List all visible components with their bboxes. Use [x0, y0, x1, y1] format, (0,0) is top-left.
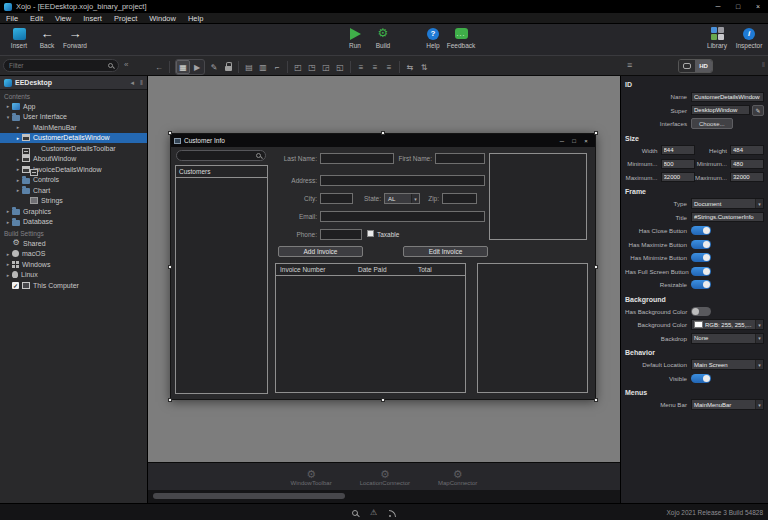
has-close-button-toggle[interactable] [691, 226, 711, 235]
forward-button[interactable]: → Forward [58, 26, 92, 49]
phone-field[interactable] [320, 229, 362, 240]
has-minimize-button-toggle[interactable] [691, 253, 711, 262]
sidebar-item-windows[interactable]: ▸ Windows [0, 259, 147, 270]
preview-icon[interactable]: ▶ [190, 60, 204, 74]
chevron-right-icon[interactable]: ▸ [4, 208, 12, 214]
warnings-icon[interactable]: ⚠ [370, 508, 377, 517]
standard-res-button[interactable] [679, 60, 695, 72]
close-button[interactable]: × [748, 0, 768, 13]
lock-icon[interactable] [221, 60, 235, 74]
default-location-select[interactable]: Main Screen ▾ [691, 359, 764, 370]
chevron-right-icon[interactable]: ▸ [14, 166, 22, 172]
name-input[interactable] [691, 92, 764, 102]
selection-handle[interactable] [594, 131, 598, 135]
designed-window[interactable]: Customer Info ─ □ × Customers Last Name:… [170, 133, 596, 400]
paste-style-icon[interactable]: ▥ [256, 60, 270, 74]
selection-handle[interactable] [381, 398, 385, 402]
corner-br-icon[interactable]: ◲ [319, 60, 333, 74]
collapse-navigator-icon[interactable]: « [124, 60, 128, 69]
scrollbar-thumb[interactable] [153, 493, 345, 499]
menu-bar-select[interactable]: MainMenuBar ▾ [691, 399, 764, 410]
nav-back-icon[interactable]: ← [152, 60, 166, 74]
max-width-input[interactable] [661, 172, 695, 182]
feed-icon[interactable] [389, 509, 397, 517]
width-input[interactable] [661, 145, 695, 155]
filter-input[interactable] [9, 62, 105, 69]
min-height-input[interactable] [730, 159, 764, 169]
customers-listbox[interactable]: Customers [175, 165, 268, 394]
resizable-toggle[interactable] [691, 280, 711, 289]
corner-tl-icon[interactable]: ◰ [291, 60, 305, 74]
has-background-color-toggle[interactable] [691, 307, 711, 316]
menu-file[interactable]: File [0, 13, 24, 23]
email-field[interactable] [320, 211, 485, 222]
maximize-button[interactable]: □ [728, 0, 748, 13]
city-field[interactable] [320, 193, 353, 204]
sidebar-item-customerdetailswindow[interactable]: ▸ CustomerDetailsWindow [0, 133, 147, 144]
chevron-right-icon[interactable]: ▸ [14, 187, 22, 193]
menu-insert[interactable]: Insert [77, 13, 108, 23]
edit-super-pencil-icon[interactable]: ✎ [752, 105, 764, 116]
notes-listbox[interactable] [489, 153, 587, 240]
chevron-right-icon[interactable]: ▸ [14, 124, 22, 130]
pencil-icon[interactable]: ✎ [207, 60, 221, 74]
chevron-right-icon[interactable]: ▸ [4, 272, 12, 278]
corner-tr-icon[interactable]: ◳ [305, 60, 319, 74]
navigator-grip-icon[interactable]: ‖ [140, 79, 143, 86]
layout-canvas[interactable]: Customer Info ─ □ × Customers Last Name:… [148, 76, 620, 503]
layout-view-icon[interactable]: ▦ [176, 60, 190, 74]
align-center-icon[interactable]: ≡ [368, 60, 382, 74]
align-left-icon[interactable]: ≡ [354, 60, 368, 74]
menu-view[interactable]: View [49, 13, 77, 23]
min-width-input[interactable] [661, 159, 695, 169]
chevron-right-icon[interactable]: ▸ [14, 156, 22, 162]
shelf-item-mapconnector[interactable]: ⚙ MapConnector [438, 468, 477, 486]
clear-style-icon[interactable]: ⌐ [270, 60, 284, 74]
hamburger-icon[interactable]: ≡ [627, 60, 632, 70]
edit-invoice-button[interactable]: Edit Invoice [403, 246, 488, 257]
library-button[interactable]: Library [700, 26, 734, 49]
align-right-icon[interactable]: ≡ [382, 60, 396, 74]
shelf-item-windowtoolbar[interactable]: ⚙ WindowToolbar [291, 468, 332, 486]
has-full-screen-button-toggle[interactable] [691, 267, 711, 276]
selection-handle[interactable] [168, 398, 172, 402]
sidebar-item-strings[interactable]: Strings [0, 196, 147, 207]
horizontal-scrollbar[interactable] [148, 490, 620, 503]
has-maximize-button-toggle[interactable] [691, 240, 711, 249]
menu-project[interactable]: Project [108, 13, 143, 23]
build-button[interactable]: ⚙ Build [366, 26, 400, 49]
sidebar-item-this-computer[interactable]: ✓ This Computer [0, 280, 147, 291]
taxable-checkbox[interactable] [367, 230, 374, 237]
distribute-h-icon[interactable]: ⇆ [403, 60, 417, 74]
menu-window[interactable]: Window [143, 13, 182, 23]
filter-box[interactable] [3, 59, 119, 72]
search-icon[interactable] [352, 510, 358, 516]
chevron-right-icon[interactable]: ▸ [4, 251, 12, 257]
chevron-right-icon[interactable]: ▸ [14, 135, 22, 141]
address-field[interactable] [320, 175, 485, 186]
first-name-field[interactable] [435, 153, 485, 164]
invoices-listbox[interactable]: Invoice Number Date Paid Total [275, 263, 466, 393]
minimize-button[interactable]: ─ [708, 0, 728, 13]
sidebar-item-aboutwindow[interactable]: ▸ AboutWindow [0, 154, 147, 165]
feedback-button[interactable]: ... Feedback [444, 26, 478, 49]
chevron-right-icon[interactable]: ▸ [4, 261, 12, 267]
super-input[interactable] [691, 105, 750, 115]
chevron-right-icon[interactable]: ▸ [4, 103, 12, 109]
sidebar-item-user-interface[interactable]: ▾ User Interface [0, 112, 147, 123]
choose-interfaces-button[interactable]: Choose... [691, 118, 733, 129]
selection-handle[interactable] [168, 131, 172, 135]
panel-grip-icon[interactable]: ‖ [762, 60, 765, 69]
sidebar-item-macos[interactable]: ▸ macOS [0, 249, 147, 260]
sidebar-item-app[interactable]: ▸ App [0, 101, 147, 112]
visible-toggle[interactable] [691, 374, 711, 383]
sidebar-item-linux[interactable]: ▸ Linux [0, 270, 147, 281]
inspector-button[interactable]: i Inspector [732, 26, 766, 49]
collapse-panel-icon[interactable]: ◂ [131, 79, 135, 87]
selection-handle[interactable] [168, 265, 172, 269]
copy-style-icon[interactable]: ▤ [242, 60, 256, 74]
sidebar-item-chart[interactable]: ▸ Chart [0, 185, 147, 196]
sidebar-item-shared[interactable]: ⚙ Shared [0, 238, 147, 249]
sidebar-item-database[interactable]: ▸ Database [0, 217, 147, 228]
zip-field[interactable] [442, 193, 477, 204]
